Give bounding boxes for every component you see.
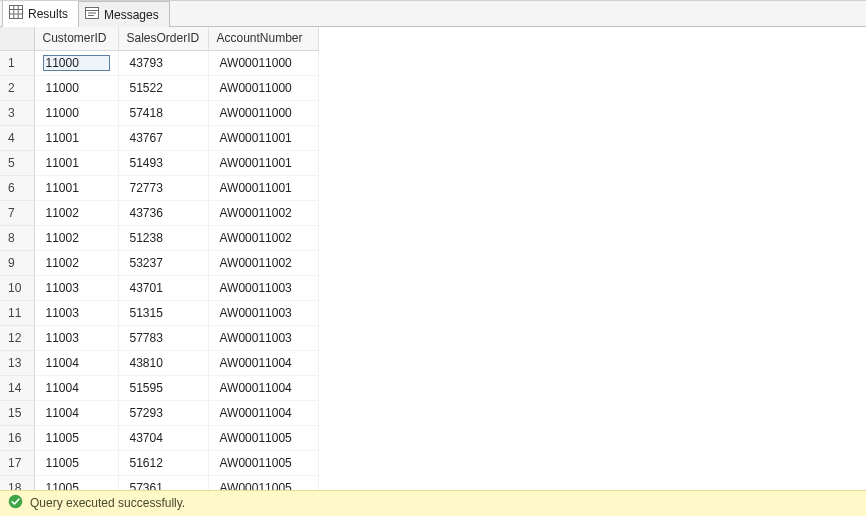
- cell-customerid[interactable]: 11004: [34, 400, 118, 425]
- cell-customerid[interactable]: 11004: [34, 375, 118, 400]
- cell-salesorderid[interactable]: 57361: [118, 475, 208, 490]
- cell-value: AW00011001: [217, 130, 310, 146]
- table-row[interactable]: 31100057418AW00011000: [0, 100, 318, 125]
- cell-accountnumber[interactable]: AW00011004: [208, 350, 318, 375]
- rownum-cell[interactable]: 17: [0, 450, 34, 475]
- cell-customerid[interactable]: 11004: [34, 350, 118, 375]
- rownum-cell[interactable]: 2: [0, 75, 34, 100]
- rownum-cell[interactable]: 13: [0, 350, 34, 375]
- rownum-cell[interactable]: 10: [0, 275, 34, 300]
- table-row[interactable]: 61100172773AW00011001: [0, 175, 318, 200]
- cell-customerid[interactable]: 11003: [34, 275, 118, 300]
- table-row[interactable]: 81100251238AW00011002: [0, 225, 318, 250]
- cell-accountnumber[interactable]: AW00011005: [208, 475, 318, 490]
- cell-salesorderid[interactable]: 43701: [118, 275, 208, 300]
- rownum-cell[interactable]: 8: [0, 225, 34, 250]
- table-row[interactable]: 41100143767AW00011001: [0, 125, 318, 150]
- table-row[interactable]: 111100351315AW00011003: [0, 300, 318, 325]
- cell-salesorderid[interactable]: 57418: [118, 100, 208, 125]
- col-header-salesorderid[interactable]: SalesOrderID: [118, 27, 208, 50]
- cell-customerid[interactable]: 11005: [34, 425, 118, 450]
- cell-salesorderid[interactable]: 51595: [118, 375, 208, 400]
- col-header-accountnumber[interactable]: AccountNumber: [208, 27, 318, 50]
- cell-customerid[interactable]: 11001: [34, 125, 118, 150]
- cell-accountnumber[interactable]: AW00011003: [208, 275, 318, 300]
- rownum-cell[interactable]: 14: [0, 375, 34, 400]
- cell-salesorderid[interactable]: 43767: [118, 125, 208, 150]
- rownum-cell[interactable]: 1: [0, 50, 34, 75]
- cell-accountnumber[interactable]: AW00011001: [208, 150, 318, 175]
- rownum-cell[interactable]: 3: [0, 100, 34, 125]
- rownum-cell[interactable]: 12: [0, 325, 34, 350]
- rownum-header[interactable]: [0, 27, 34, 50]
- rownum-cell[interactable]: 5: [0, 150, 34, 175]
- rownum-cell[interactable]: 6: [0, 175, 34, 200]
- cell-accountnumber[interactable]: AW00011002: [208, 250, 318, 275]
- cell-customerid[interactable]: 11000: [34, 75, 118, 100]
- cell-salesorderid[interactable]: 57783: [118, 325, 208, 350]
- table-row[interactable]: 131100443810AW00011004: [0, 350, 318, 375]
- cell-salesorderid[interactable]: 51522: [118, 75, 208, 100]
- rownum-cell[interactable]: 16: [0, 425, 34, 450]
- tab-messages[interactable]: Messages: [78, 1, 170, 27]
- table-row[interactable]: 151100457293AW00011004: [0, 400, 318, 425]
- cell-accountnumber[interactable]: AW00011000: [208, 100, 318, 125]
- cell-salesorderid[interactable]: 51238: [118, 225, 208, 250]
- cell-customerid[interactable]: 11002: [34, 200, 118, 225]
- rownum-cell[interactable]: 4: [0, 125, 34, 150]
- cell-accountnumber[interactable]: AW00011001: [208, 175, 318, 200]
- cell-salesorderid[interactable]: 57293: [118, 400, 208, 425]
- rownum-cell[interactable]: 15: [0, 400, 34, 425]
- cell-customerid[interactable]: 11002: [34, 225, 118, 250]
- cell-accountnumber[interactable]: AW00011005: [208, 450, 318, 475]
- tab-results[interactable]: Results: [2, 0, 79, 27]
- table-row[interactable]: 121100357783AW00011003: [0, 325, 318, 350]
- cell-customerid[interactable]: 11003: [34, 300, 118, 325]
- cell-salesorderid[interactable]: 43810: [118, 350, 208, 375]
- cell-salesorderid[interactable]: 43704: [118, 425, 208, 450]
- cell-accountnumber[interactable]: AW00011005: [208, 425, 318, 450]
- cell-salesorderid[interactable]: 43793: [118, 50, 208, 75]
- table-row[interactable]: 91100253237AW00011002: [0, 250, 318, 275]
- cell-customerid[interactable]: 11000: [34, 50, 118, 75]
- cell-accountnumber[interactable]: AW00011003: [208, 300, 318, 325]
- cell-salesorderid[interactable]: 51493: [118, 150, 208, 175]
- table-row[interactable]: 181100557361AW00011005: [0, 475, 318, 490]
- cell-accountnumber[interactable]: AW00011001: [208, 125, 318, 150]
- cell-accountnumber[interactable]: AW00011004: [208, 375, 318, 400]
- table-row[interactable]: 171100551612AW00011005: [0, 450, 318, 475]
- cell-customerid[interactable]: 11001: [34, 175, 118, 200]
- cell-salesorderid[interactable]: 51612: [118, 450, 208, 475]
- rownum-cell[interactable]: 11: [0, 300, 34, 325]
- cell-accountnumber[interactable]: AW00011002: [208, 225, 318, 250]
- cell-customerid[interactable]: 11005: [34, 450, 118, 475]
- rownum-cell[interactable]: 18: [0, 475, 34, 490]
- table-row[interactable]: 21100051522AW00011000: [0, 75, 318, 100]
- results-grid-container[interactable]: CustomerID SalesOrderID AccountNumber 11…: [0, 27, 866, 490]
- cell-salesorderid[interactable]: 43736: [118, 200, 208, 225]
- table-row[interactable]: 51100151493AW00011001: [0, 150, 318, 175]
- cell-accountnumber[interactable]: AW00011004: [208, 400, 318, 425]
- table-row[interactable]: 141100451595AW00011004: [0, 375, 318, 400]
- table-row[interactable]: 11100043793AW00011000: [0, 50, 318, 75]
- cell-value: 51315: [127, 305, 200, 321]
- cell-value: AW00011002: [217, 230, 310, 246]
- cell-customerid[interactable]: 11000: [34, 100, 118, 125]
- cell-salesorderid[interactable]: 72773: [118, 175, 208, 200]
- cell-accountnumber[interactable]: AW00011000: [208, 75, 318, 100]
- cell-customerid[interactable]: 11005: [34, 475, 118, 490]
- cell-accountnumber[interactable]: AW00011002: [208, 200, 318, 225]
- cell-customerid[interactable]: 11001: [34, 150, 118, 175]
- cell-accountnumber[interactable]: AW00011003: [208, 325, 318, 350]
- cell-customerid[interactable]: 11002: [34, 250, 118, 275]
- table-row[interactable]: 101100343701AW00011003: [0, 275, 318, 300]
- cell-accountnumber[interactable]: AW00011000: [208, 50, 318, 75]
- table-row[interactable]: 71100243736AW00011002: [0, 200, 318, 225]
- cell-salesorderid[interactable]: 51315: [118, 300, 208, 325]
- table-row[interactable]: 161100543704AW00011005: [0, 425, 318, 450]
- col-header-customerid[interactable]: CustomerID: [34, 27, 118, 50]
- rownum-cell[interactable]: 7: [0, 200, 34, 225]
- cell-customerid[interactable]: 11003: [34, 325, 118, 350]
- rownum-cell[interactable]: 9: [0, 250, 34, 275]
- cell-salesorderid[interactable]: 53237: [118, 250, 208, 275]
